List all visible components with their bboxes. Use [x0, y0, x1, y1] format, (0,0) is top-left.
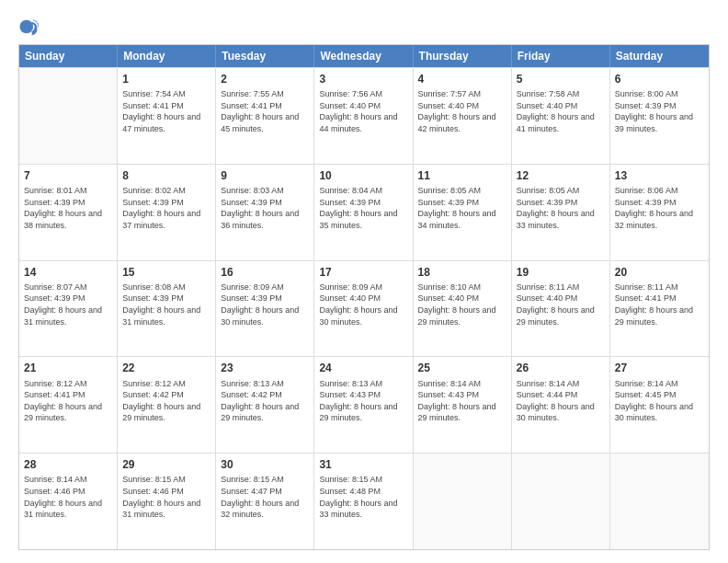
cell-info: Sunrise: 8:02 AMSunset: 4:39 PMDaylight:… [122, 185, 210, 231]
calendar-row: 21Sunrise: 8:12 AMSunset: 4:41 PMDayligh… [19, 356, 709, 453]
cell-info: Sunrise: 7:57 AMSunset: 4:40 PMDaylight:… [418, 88, 506, 134]
calendar-cell: 5Sunrise: 7:58 AMSunset: 4:40 PMDaylight… [512, 68, 610, 164]
weekday-header: Saturday [610, 45, 709, 67]
calendar-cell: 13Sunrise: 8:06 AMSunset: 4:39 PMDayligh… [610, 165, 709, 260]
logo-icon [18, 17, 39, 37]
calendar-cell: 10Sunrise: 8:04 AMSunset: 4:39 PMDayligh… [314, 165, 413, 260]
day-number: 5 [517, 72, 605, 86]
cell-info: Sunrise: 8:11 AMSunset: 4:41 PMDaylight:… [615, 282, 704, 327]
day-number: 8 [122, 168, 210, 183]
day-number: 10 [319, 168, 407, 183]
cell-info: Sunrise: 7:55 AMSunset: 4:41 PMDaylight:… [221, 88, 309, 134]
calendar-page: SundayMondayTuesdayWednesdayThursdayFrid… [0, 0, 728, 563]
day-number: 16 [221, 265, 309, 280]
calendar-cell: 15Sunrise: 8:08 AMSunset: 4:39 PMDayligh… [118, 261, 216, 357]
cell-info: Sunrise: 8:12 AMSunset: 4:42 PMDaylight:… [122, 378, 210, 424]
cell-info: Sunrise: 8:07 AMSunset: 4:39 PMDaylight:… [24, 282, 112, 327]
cell-info: Sunrise: 8:01 AMSunset: 4:39 PMDaylight:… [24, 185, 112, 231]
weekday-header: Friday [512, 45, 610, 67]
cell-info: Sunrise: 8:13 AMSunset: 4:42 PMDaylight:… [221, 378, 309, 424]
day-number: 19 [517, 265, 605, 280]
svg-point-0 [19, 20, 33, 34]
calendar-cell: 22Sunrise: 8:12 AMSunset: 4:42 PMDayligh… [118, 357, 216, 453]
calendar-cell: 14Sunrise: 8:07 AMSunset: 4:39 PMDayligh… [19, 261, 118, 357]
calendar-cell: 8Sunrise: 8:02 AMSunset: 4:39 PMDaylight… [118, 165, 216, 260]
cell-info: Sunrise: 8:12 AMSunset: 4:41 PMDaylight:… [24, 378, 112, 424]
day-number: 23 [221, 361, 309, 375]
cell-info: Sunrise: 8:09 AMSunset: 4:40 PMDaylight:… [319, 282, 407, 327]
calendar-cell: 4Sunrise: 7:57 AMSunset: 4:40 PMDaylight… [414, 68, 512, 164]
cell-info: Sunrise: 8:14 AMSunset: 4:46 PMDaylight:… [24, 474, 112, 520]
calendar-cell [610, 454, 709, 549]
weekday-header: Wednesday [314, 45, 413, 67]
calendar-cell: 16Sunrise: 8:09 AMSunset: 4:39 PMDayligh… [216, 261, 314, 357]
cell-info: Sunrise: 8:14 AMSunset: 4:44 PMDaylight:… [517, 378, 605, 424]
calendar-cell: 18Sunrise: 8:10 AMSunset: 4:40 PMDayligh… [414, 261, 512, 357]
cell-info: Sunrise: 8:15 AMSunset: 4:48 PMDaylight:… [319, 474, 407, 520]
calendar-cell: 17Sunrise: 8:09 AMSunset: 4:40 PMDayligh… [314, 261, 413, 357]
calendar-row: 7Sunrise: 8:01 AMSunset: 4:39 PMDaylight… [19, 164, 709, 260]
cell-info: Sunrise: 8:15 AMSunset: 4:47 PMDaylight:… [221, 474, 309, 520]
calendar-cell: 29Sunrise: 8:15 AMSunset: 4:46 PMDayligh… [118, 454, 216, 549]
calendar-cell: 6Sunrise: 8:00 AMSunset: 4:39 PMDaylight… [610, 68, 709, 164]
cell-info: Sunrise: 8:05 AMSunset: 4:39 PMDaylight:… [418, 185, 506, 231]
cell-info: Sunrise: 8:15 AMSunset: 4:46 PMDaylight:… [122, 474, 210, 520]
calendar-cell [512, 454, 610, 549]
cell-info: Sunrise: 8:11 AMSunset: 4:40 PMDaylight:… [517, 282, 605, 327]
day-number: 12 [517, 168, 605, 183]
cell-info: Sunrise: 8:14 AMSunset: 4:45 PMDaylight:… [615, 378, 704, 424]
day-number: 1 [122, 72, 210, 86]
calendar-cell: 31Sunrise: 8:15 AMSunset: 4:48 PMDayligh… [314, 454, 413, 549]
cell-info: Sunrise: 8:05 AMSunset: 4:39 PMDaylight:… [517, 185, 605, 231]
calendar-cell: 7Sunrise: 8:01 AMSunset: 4:39 PMDaylight… [19, 165, 118, 260]
day-number: 22 [122, 361, 210, 375]
calendar-cell: 30Sunrise: 8:15 AMSunset: 4:47 PMDayligh… [216, 454, 314, 549]
cell-info: Sunrise: 8:00 AMSunset: 4:39 PMDaylight:… [615, 88, 704, 134]
calendar-cell: 28Sunrise: 8:14 AMSunset: 4:46 PMDayligh… [19, 454, 118, 549]
day-number: 20 [615, 265, 704, 280]
day-number: 14 [24, 265, 112, 280]
calendar-cell: 20Sunrise: 8:11 AMSunset: 4:41 PMDayligh… [610, 261, 709, 357]
calendar-cell: 12Sunrise: 8:05 AMSunset: 4:39 PMDayligh… [512, 165, 610, 260]
calendar-header: SundayMondayTuesdayWednesdayThursdayFrid… [19, 45, 709, 67]
calendar-row: 14Sunrise: 8:07 AMSunset: 4:39 PMDayligh… [19, 260, 709, 357]
calendar-cell [414, 454, 512, 549]
day-number: 29 [122, 457, 210, 472]
day-number: 7 [24, 168, 112, 183]
day-number: 9 [221, 168, 309, 183]
calendar: SundayMondayTuesdayWednesdayThursdayFrid… [18, 44, 710, 550]
cell-info: Sunrise: 8:13 AMSunset: 4:43 PMDaylight:… [319, 378, 407, 424]
calendar-cell: 3Sunrise: 7:56 AMSunset: 4:40 PMDaylight… [314, 68, 413, 164]
cell-info: Sunrise: 8:10 AMSunset: 4:40 PMDaylight:… [418, 282, 506, 327]
day-number: 24 [319, 361, 407, 375]
cell-info: Sunrise: 8:04 AMSunset: 4:39 PMDaylight:… [319, 185, 407, 231]
day-number: 27 [615, 361, 704, 375]
calendar-cell: 21Sunrise: 8:12 AMSunset: 4:41 PMDayligh… [19, 357, 118, 453]
calendar-cell: 1Sunrise: 7:54 AMSunset: 4:41 PMDaylight… [118, 68, 216, 164]
cell-info: Sunrise: 8:09 AMSunset: 4:39 PMDaylight:… [221, 282, 309, 327]
weekday-header: Sunday [19, 45, 118, 67]
calendar-cell: 26Sunrise: 8:14 AMSunset: 4:44 PMDayligh… [512, 357, 610, 453]
calendar-cell: 24Sunrise: 8:13 AMSunset: 4:43 PMDayligh… [314, 357, 413, 453]
weekday-header: Thursday [414, 45, 512, 67]
day-number: 6 [615, 72, 704, 86]
day-number: 30 [221, 457, 309, 472]
day-number: 3 [319, 72, 407, 86]
calendar-row: 1Sunrise: 7:54 AMSunset: 4:41 PMDaylight… [19, 67, 709, 164]
calendar-cell: 25Sunrise: 8:14 AMSunset: 4:43 PMDayligh… [414, 357, 512, 453]
day-number: 25 [418, 361, 506, 375]
cell-info: Sunrise: 7:56 AMSunset: 4:40 PMDaylight:… [319, 88, 407, 134]
cell-info: Sunrise: 7:54 AMSunset: 4:41 PMDaylight:… [122, 88, 210, 134]
calendar-row: 28Sunrise: 8:14 AMSunset: 4:46 PMDayligh… [19, 453, 709, 549]
header [18, 17, 710, 37]
cell-info: Sunrise: 8:06 AMSunset: 4:39 PMDaylight:… [615, 185, 704, 231]
logo [18, 17, 42, 37]
calendar-cell: 2Sunrise: 7:55 AMSunset: 4:41 PMDaylight… [216, 68, 314, 164]
cell-info: Sunrise: 8:14 AMSunset: 4:43 PMDaylight:… [418, 378, 506, 424]
day-number: 13 [615, 168, 704, 183]
day-number: 17 [319, 265, 407, 280]
weekday-header: Tuesday [216, 45, 314, 67]
cell-info: Sunrise: 8:03 AMSunset: 4:39 PMDaylight:… [221, 185, 309, 231]
calendar-cell: 23Sunrise: 8:13 AMSunset: 4:42 PMDayligh… [216, 357, 314, 453]
calendar-body: 1Sunrise: 7:54 AMSunset: 4:41 PMDaylight… [19, 67, 709, 549]
